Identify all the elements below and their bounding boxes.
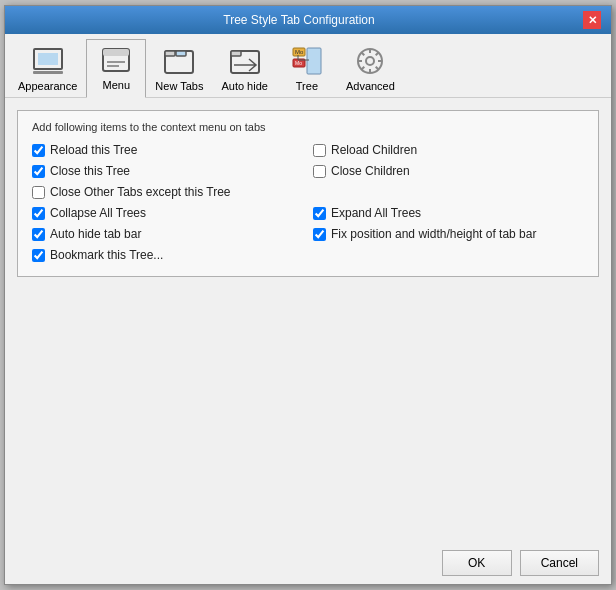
- advanced-icon: [354, 45, 386, 77]
- checkbox-fix-position-input[interactable]: [313, 228, 326, 241]
- title-bar: Tree Style Tab Configuration ✕: [5, 6, 611, 34]
- svg-line-26: [376, 67, 379, 70]
- svg-rect-1: [33, 71, 63, 74]
- cancel-button[interactable]: Cancel: [520, 550, 599, 576]
- checkbox-expand-all-input[interactable]: [313, 207, 326, 220]
- new-tabs-icon: [163, 45, 195, 77]
- checkbox-auto-hide-bar-input[interactable]: [32, 228, 45, 241]
- svg-line-27: [376, 53, 379, 56]
- toolbar: Appearance Menu: [5, 34, 611, 98]
- tab-menu[interactable]: Menu: [86, 39, 146, 98]
- svg-rect-11: [231, 51, 241, 56]
- tab-auto-hide-label: Auto hide: [221, 80, 267, 92]
- tab-appearance-label: Appearance: [18, 80, 77, 92]
- bottom-bar: OK Cancel: [5, 542, 611, 584]
- checkbox-bookmark-tree-input[interactable]: [32, 249, 45, 262]
- tab-new-tabs[interactable]: New Tabs: [146, 39, 212, 98]
- tab-new-tabs-label: New Tabs: [155, 80, 203, 92]
- content-area: Add following items to the context menu …: [5, 98, 611, 542]
- checkbox-close-tree-label: Close this Tree: [50, 164, 130, 178]
- auto-hide-icon: [229, 45, 261, 77]
- dialog-title: Tree Style Tab Configuration: [15, 13, 583, 27]
- ok-button[interactable]: OK: [442, 550, 512, 576]
- group-box-title: Add following items to the context menu …: [32, 121, 584, 133]
- checkbox-reload-children-input[interactable]: [313, 144, 326, 157]
- tab-appearance[interactable]: Appearance: [9, 39, 86, 98]
- svg-rect-16: [307, 48, 321, 74]
- svg-rect-8: [165, 51, 175, 56]
- checkbox-expand-all-label: Expand All Trees: [331, 206, 421, 220]
- tree-icon: Mo Mo: [291, 45, 323, 77]
- appearance-icon: [32, 45, 64, 77]
- svg-rect-4: [103, 49, 129, 56]
- svg-point-20: [366, 57, 374, 65]
- checkbox-close-tree-input[interactable]: [32, 165, 45, 178]
- close-button[interactable]: ✕: [583, 11, 601, 29]
- tab-auto-hide[interactable]: Auto hide: [212, 39, 276, 98]
- dialog-window: Tree Style Tab Configuration ✕ Appearanc…: [4, 5, 612, 585]
- checkbox-fix-position-label: Fix position and width/height of tab bar: [331, 227, 536, 241]
- checkbox-reload-children[interactable]: Reload Children: [313, 143, 584, 157]
- svg-rect-2: [38, 53, 58, 65]
- checkbox-collapse-all-label: Collapse All Trees: [50, 206, 146, 220]
- tab-advanced-label: Advanced: [346, 80, 395, 92]
- menu-icon: [100, 44, 132, 76]
- checkbox-expand-all[interactable]: Expand All Trees: [313, 206, 584, 220]
- checkbox-reload-tree-label: Reload this Tree: [50, 143, 137, 157]
- checkbox-close-children-label: Close Children: [331, 164, 410, 178]
- checkbox-reload-tree-input[interactable]: [32, 144, 45, 157]
- checkbox-close-other-label: Close Other Tabs except this Tree: [50, 185, 231, 199]
- checkbox-close-children[interactable]: Close Children: [313, 164, 584, 178]
- tab-tree-label: Tree: [296, 80, 318, 92]
- checkbox-close-other-input[interactable]: [32, 186, 45, 199]
- checkbox-close-other[interactable]: Close Other Tabs except this Tree: [32, 185, 584, 199]
- checkbox-auto-hide-bar-label: Auto hide tab bar: [50, 227, 141, 241]
- group-box: Add following items to the context menu …: [17, 110, 599, 277]
- checkbox-grid: Reload this Tree Reload Children Close t…: [32, 143, 584, 262]
- svg-line-25: [362, 53, 365, 56]
- checkbox-auto-hide-bar[interactable]: Auto hide tab bar: [32, 227, 303, 241]
- svg-line-28: [362, 67, 365, 70]
- checkbox-collapse-all[interactable]: Collapse All Trees: [32, 206, 303, 220]
- checkbox-bookmark-tree[interactable]: Bookmark this Tree...: [32, 248, 584, 262]
- tab-menu-label: Menu: [103, 79, 131, 91]
- checkbox-close-children-input[interactable]: [313, 165, 326, 178]
- svg-text:Mo: Mo: [295, 49, 304, 55]
- checkbox-reload-tree[interactable]: Reload this Tree: [32, 143, 303, 157]
- svg-rect-9: [176, 51, 186, 56]
- tab-tree[interactable]: Mo Mo Tree: [277, 39, 337, 98]
- checkbox-collapse-all-input[interactable]: [32, 207, 45, 220]
- checkbox-close-tree[interactable]: Close this Tree: [32, 164, 303, 178]
- checkbox-reload-children-label: Reload Children: [331, 143, 417, 157]
- tab-advanced[interactable]: Advanced: [337, 39, 404, 98]
- checkbox-bookmark-tree-label: Bookmark this Tree...: [50, 248, 163, 262]
- svg-text:Mo: Mo: [295, 60, 302, 66]
- checkbox-fix-position[interactable]: Fix position and width/height of tab bar: [313, 227, 584, 241]
